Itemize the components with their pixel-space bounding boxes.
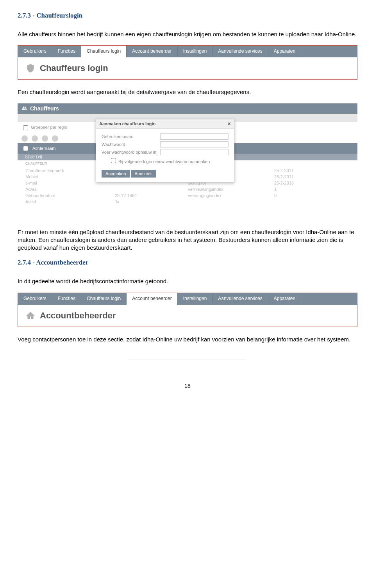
tab-bar-2: Gebruikers Functies Chauffeurs login Acc…	[18, 293, 357, 305]
label-kenmerk: Chauffeurs kenmerk	[25, 168, 64, 173]
close-icon[interactable]: ✕	[227, 121, 231, 126]
tab-functies-2[interactable]: Functies	[52, 293, 81, 305]
input-wachtwoord[interactable]	[160, 141, 229, 147]
dialog-body: Gebruikersnaam: Wachtwoord: Voer wachtwo…	[96, 129, 234, 182]
shield-icon	[25, 63, 36, 74]
label-vervangingsindex: Vervangingsindex	[188, 193, 223, 198]
label-vernieuwingsindex: Vernieuwingsindex	[188, 187, 223, 192]
toolbar-icon-2[interactable]	[32, 135, 38, 142]
input-gebruikersnaam[interactable]	[160, 133, 229, 140]
detail-col-1: Chauffeurs kenmerk Mobiel e-mail Adres G…	[25, 168, 64, 204]
label-nieuw-wachtwoord: Bij volgende login nieuw wachtwoord aanm…	[118, 159, 210, 164]
tab-functies[interactable]: Functies	[52, 46, 81, 57]
value-geldig-vanaf: 25-2-2011	[274, 174, 294, 179]
dialog-titlebar: Aanmaken chauffeurs login ✕	[96, 119, 234, 129]
group-per-regio-label: Groepeer per regio	[31, 125, 67, 130]
page-header-login: Chauffeurs login	[18, 57, 357, 79]
paragraph-intro: Alle chauffeurs binnen het bedrijf kunne…	[18, 30, 357, 38]
column-header-achternaam: Achternaam	[32, 146, 55, 151]
label-adres: Adres	[25, 187, 64, 192]
page-number: 18	[18, 383, 357, 389]
label-wachtwoord-opnieuw: Voer wachtwoord opnieuw in:	[102, 150, 160, 155]
tab-instellingen-2[interactable]: Instellingen	[178, 293, 213, 305]
tab-chauffeurs-login-2[interactable]: Chauffeurs login	[81, 293, 127, 305]
page-header-account: Accountbeheerder	[18, 305, 357, 327]
paragraph-detail: Een chauffeurslogin wordt aangemaakt bij…	[18, 88, 357, 96]
toolbar-icon-4[interactable]	[52, 135, 58, 142]
toolbar-icon-1[interactable]	[21, 135, 28, 142]
toolbar-icon-3[interactable]	[42, 135, 48, 142]
value-datum-uitgifte: 25-2-2011	[274, 168, 294, 173]
label-gebruikersnaam: Gebruikersnaam:	[102, 134, 160, 139]
chauffeurs-title: Chauffeurs	[30, 105, 59, 112]
detail-col-2-values: 25-2-2011 25-2-2011 25-2-2016 1 0	[274, 168, 294, 204]
tab-gebruikers[interactable]: Gebruikers	[18, 46, 52, 57]
dialog-buttons: Aanmaken Annuleer	[102, 170, 229, 178]
label-geboortedatum: Geboortedatum	[25, 193, 64, 198]
screenshot-tabs-login: Gebruikers Functies Chauffeurs login Acc…	[18, 45, 357, 80]
tab-account-beheerder-2[interactable]: Account beheerder	[127, 293, 177, 305]
screenshot-tabs-account: Gebruikers Functies Chauffeurs login Acc…	[18, 293, 357, 327]
aanmaken-button[interactable]: Aanmaken	[102, 170, 130, 178]
people-icon	[21, 105, 27, 112]
tab-chauffeurs-login[interactable]: Chauffeurs login	[81, 46, 127, 57]
input-wachtwoord-opnieuw[interactable]	[160, 149, 229, 155]
label-email: e-mail	[25, 181, 64, 185]
create-login-dialog: Aanmaken chauffeurs login ✕ Gebruikersna…	[96, 119, 234, 183]
paragraph-voeg-contact: Voeg contactpersonen toe in deze sectie,…	[18, 336, 357, 343]
tab-instellingen[interactable]: Instellingen	[178, 46, 213, 57]
dialog-title-text: Aanmaken chauffeurs login	[99, 121, 155, 126]
tab-bar: Gebruikers Functies Chauffeurs login Acc…	[18, 46, 357, 57]
tab-apparaten-2[interactable]: Apparaten	[268, 293, 301, 305]
value-geboortedatum: 28-12-1964	[115, 193, 137, 198]
tab-account-beheerder[interactable]: Account beheerder	[127, 46, 177, 57]
value-vernieuwingsindex: 1	[274, 187, 294, 192]
page-title-login: Chauffeurs login	[40, 63, 108, 73]
heading-accountbeheerder: 2.7.4 - Accountbeheerder	[18, 259, 357, 266]
screenshot-create-login-dialog: Chauffeurs Groepeer per regio Achternaam…	[18, 103, 357, 220]
label-actief: Actief	[25, 199, 64, 204]
select-all-checkbox[interactable]	[23, 146, 28, 151]
footer-rule	[129, 359, 246, 359]
group-per-regio-checkbox[interactable]	[23, 125, 28, 130]
annuleer-button[interactable]: Annuleer	[131, 170, 156, 178]
tab-gebruikers-2[interactable]: Gebruikers	[18, 293, 52, 305]
heading-chauffeurslogin: 2.7.3 - Chauffeurslogin	[18, 12, 357, 20]
paragraph-minste: Er moet ten minste één geüpload chauffeu…	[18, 228, 357, 252]
tab-apparaten[interactable]: Apparaten	[268, 46, 301, 57]
label-wachtwoord: Wachtwoord:	[102, 142, 160, 147]
tab-aanvullende-services[interactable]: Aanvullende services	[212, 46, 268, 57]
value-geldig-tot: 25-2-2016	[274, 181, 294, 185]
checkbox-nieuw-wachtwoord[interactable]	[111, 158, 116, 163]
label-mobiel: Mobiel	[25, 174, 64, 179]
chauffeurs-titlebar: Chauffeurs	[18, 103, 357, 114]
value-actief: Ja	[115, 199, 137, 204]
paragraph-contactinfo: In dit gedeelte wordt de bedrijfscontact…	[18, 277, 357, 285]
home-icon	[25, 310, 36, 321]
page-title-account: Accountbeheerder	[40, 311, 116, 321]
tab-aanvullende-services-2[interactable]: Aanvullende services	[212, 293, 268, 305]
value-vervangingsindex: 0	[274, 193, 294, 198]
